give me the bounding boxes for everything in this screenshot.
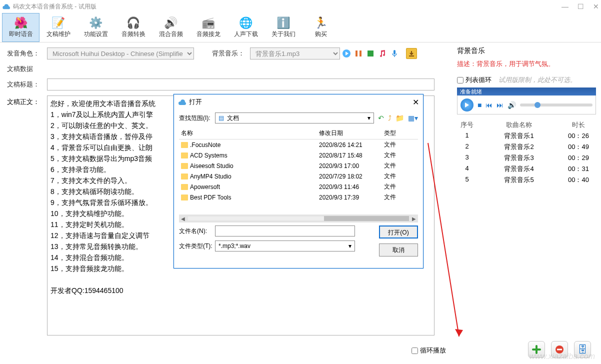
export-button[interactable] — [406, 48, 417, 59]
right-panel: 背景音乐 描述：背景音乐，用于调节气氛。 列表循环 试用版限制，此处不可选。 准… — [452, 42, 601, 364]
bgm-label: 背景音乐： — [212, 49, 250, 58]
song-row[interactable]: 5背景音乐500：40 — [457, 174, 596, 186]
tab-manuscript-maintain[interactable]: 📝文稿维护 — [40, 13, 77, 42]
file-row[interactable]: Apowersoft2020/9/3 11:46文件 — [179, 182, 418, 192]
col-name: 歌曲名称 — [477, 120, 561, 130]
col-num: 序号 — [457, 120, 477, 130]
convert-icon: 🎧 — [126, 17, 140, 29]
main-toolbar: 🌺即时语音 📝文稿维护 ⚙️功能设置 🎧音频转换 🔊混合音频 📻音频接龙 🌐人声… — [0, 13, 601, 42]
loop-play-checkbox[interactable]: 循环播放 — [412, 346, 446, 355]
close-button[interactable]: ✕ — [593, 2, 599, 10]
player-controls: ■ ⏮ ⏭ 🔊 — [457, 96, 596, 114]
player-next-button[interactable]: ⏭ — [496, 101, 504, 109]
voice-icon: 🌺 — [14, 17, 28, 29]
svg-rect-2 — [360, 50, 362, 56]
app-icon — [2, 3, 10, 10]
filename-label: 文件名(N): — [179, 227, 215, 236]
dialog-open-button[interactable]: 打开(O) — [379, 226, 418, 238]
song-row[interactable]: 3背景音乐300：29 — [457, 152, 596, 164]
tab-voice-download[interactable]: 🌐人声下载 — [227, 13, 264, 42]
voice-role-label: 发音角色： — [7, 49, 47, 58]
data-section-label: 文稿数据 — [7, 64, 47, 74]
bgm-select[interactable]: 背景音乐1.mp3 — [250, 48, 340, 60]
title-label: 文稿标题： — [7, 80, 47, 89]
file-row[interactable]: Aiseesoft Studio2020/9/3 17:00文件 — [179, 160, 418, 171]
minimize-button[interactable]: — — [562, 2, 568, 10]
tab-audio-convert[interactable]: 🎧音频转换 — [114, 13, 152, 42]
nav-up-icon[interactable]: ⤴ — [388, 114, 392, 122]
col-filetype[interactable]: 类型 — [384, 129, 409, 138]
svg-rect-6 — [557, 349, 562, 350]
tab-about-us[interactable]: ℹ️关于我们 — [264, 13, 302, 42]
song-table: 序号 歌曲名称 时长 1背景音乐100：262背景音乐200：493背景音乐30… — [457, 120, 596, 186]
col-filedate[interactable]: 修改日期 — [319, 129, 384, 138]
edit-icon: 📝 — [52, 17, 66, 29]
bgm-desc: 描述：背景音乐，用于调节气氛。 — [457, 60, 596, 68]
mic-button[interactable] — [389, 48, 400, 59]
download-icon: 🌐 — [239, 17, 253, 29]
tab-instant-voice[interactable]: 🌺即时语音 — [2, 13, 40, 42]
loop-list-checkbox[interactable]: 列表循环 试用版限制，此处不可选。 — [457, 76, 596, 84]
gear-icon: ⚙️ — [89, 17, 103, 29]
svg-rect-1 — [356, 50, 358, 56]
play-button[interactable] — [341, 48, 352, 59]
body-label: 文稿正文： — [7, 96, 47, 336]
player-stop-button[interactable]: ■ — [478, 101, 482, 109]
maximize-button[interactable]: ☐ — [578, 2, 584, 10]
scope-combo[interactable]: ▤文档 ▾ — [215, 112, 374, 124]
col-filename[interactable]: 名称 — [179, 129, 319, 138]
dialog-title: 打开 — [189, 98, 202, 106]
music-button[interactable] — [377, 48, 388, 59]
dialog-cancel-button[interactable]: 取消 — [379, 244, 418, 256]
tab-mix-audio[interactable]: 🔊混合音频 — [152, 13, 190, 42]
svg-rect-3 — [368, 50, 374, 56]
file-row[interactable]: ACD Systems2020/8/17 15:48文件 — [179, 150, 418, 160]
relay-icon: 📻 — [202, 17, 216, 29]
player-slider[interactable] — [520, 104, 592, 106]
info-icon: ℹ️ — [276, 17, 290, 29]
filename-input[interactable] — [215, 226, 355, 236]
svg-rect-4 — [394, 50, 396, 54]
file-row[interactable]: .FocusNote2020/8/26 14:21文件 — [179, 140, 418, 150]
nav-newfolder-icon[interactable]: 📁 — [396, 114, 404, 122]
open-dialog: 打开 ✕ 查找范围(I): ▤文档 ▾ ↶ ⤴ 📁 ▦▾ 名称 修改日期 类型 … — [174, 94, 424, 268]
song-row[interactable]: 1背景音乐100：26 — [457, 130, 596, 142]
tab-audio-relay[interactable]: 📻音频接龙 — [190, 13, 227, 42]
filetype-combo[interactable]: *.mp3;*.wav▾ — [215, 240, 355, 252]
scope-label: 查找范围(I): — [179, 114, 215, 122]
song-row[interactable]: 2背景音乐200：49 — [457, 142, 596, 152]
bgm-panel-title: 背景音乐 — [457, 46, 596, 56]
dialog-close-button[interactable]: ✕ — [412, 98, 419, 107]
tab-function-settings[interactable]: ⚙️功能设置 — [77, 13, 114, 42]
voice-select[interactable]: Microsoft Huihui Desktop - Chinese (Simp… — [47, 48, 194, 60]
player-status: 准备就绪 — [457, 88, 596, 96]
mix-icon: 🔊 — [164, 17, 178, 29]
nav-views-icon[interactable]: ▦▾ — [408, 114, 418, 122]
title-input[interactable] — [47, 78, 434, 90]
pause-button[interactable] — [353, 48, 364, 59]
player-play-button[interactable] — [460, 98, 474, 112]
file-list: 名称 修改日期 类型 .FocusNote2020/8/26 14:21文件AC… — [179, 128, 418, 212]
tab-buy[interactable]: 🏃购买 — [302, 13, 340, 42]
stop-button[interactable] — [365, 48, 376, 59]
buy-icon: 🏃 — [314, 17, 328, 29]
col-dur: 时长 — [561, 120, 596, 130]
player-prev-button[interactable]: ⏮ — [486, 101, 492, 109]
player-volume-button[interactable]: 🔊 — [508, 101, 516, 109]
file-row[interactable]: Best PDF Tools2020/9/3 17:39文件 — [179, 192, 418, 202]
dialog-icon — [178, 98, 186, 106]
watermark: www.xiazaiba.com — [529, 352, 595, 361]
window-title: 码农文本语音播音系统 - 试用版 — [13, 2, 96, 11]
song-row[interactable]: 4背景音乐400：31 — [457, 164, 596, 174]
title-bar: 码农文本语音播音系统 - 试用版 — ☐ ✕ — [0, 0, 601, 13]
file-list-scrollbar[interactable]: ◀▶ — [179, 214, 418, 222]
filetype-label: 文件类型(T): — [179, 242, 215, 250]
nav-back-icon[interactable]: ↶ — [378, 114, 384, 122]
file-row[interactable]: AnyMP4 Studio2020/7/29 18:02文件 — [179, 171, 418, 182]
